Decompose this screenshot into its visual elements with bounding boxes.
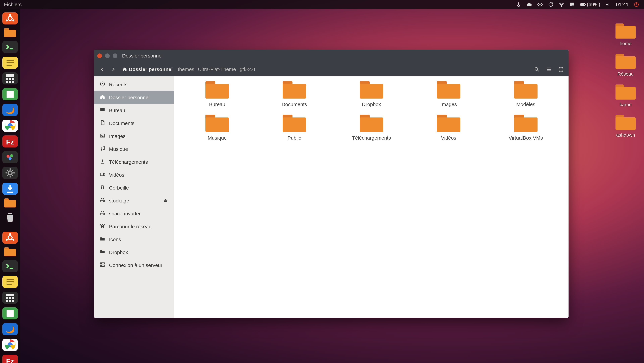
battery-icon[interactable]: (69%) [580, 2, 600, 7]
svg-rect-51 [6, 310, 14, 317]
desktop-folder-ashdown[interactable]: ashdown [612, 115, 639, 138]
volume-icon[interactable] [605, 2, 611, 7]
sidebar-item-label: Dropbox [109, 250, 128, 255]
launcher-files[interactable] [2, 247, 18, 256]
window-titlebar[interactable]: Dossier personnel [94, 50, 568, 62]
search-icon[interactable] [534, 66, 540, 72]
svg-rect-45 [9, 297, 11, 299]
launcher-firefox[interactable] [2, 104, 18, 116]
launcher-settings[interactable] [2, 167, 18, 179]
sidebar-item-icons[interactable]: Icons [94, 233, 174, 246]
folder-dropbox[interactable]: Dropbox [336, 81, 408, 107]
desktop-folder-home[interactable]: home [612, 23, 639, 46]
sidebar-item-documents[interactable]: Documents [94, 117, 174, 130]
breadcrumb-segment[interactable]: .themes [176, 66, 194, 72]
folder-label: Bureau [209, 102, 226, 107]
clock[interactable]: 01:41 [616, 2, 628, 7]
folder-téléchargements[interactable]: Téléchargements [336, 115, 408, 141]
fullscreen-icon[interactable] [558, 66, 564, 72]
breadcrumb: Dossier personnel .themesUltra-Flat-Them… [122, 66, 255, 72]
sidebar-item-musique[interactable]: Musique [94, 143, 174, 156]
svg-point-39 [12, 239, 14, 241]
launcher-libreoffice[interactable] [2, 88, 18, 100]
svg-rect-20 [12, 81, 14, 83]
nav-forward-button[interactable] [109, 65, 117, 73]
sidebar-item-stockage[interactable]: stockage [94, 194, 174, 207]
window-toolbar: Dossier personnel .themesUltra-Flat-Them… [94, 62, 568, 76]
launcher-firefox[interactable] [2, 323, 18, 335]
sidebar-item-dossier-personnel[interactable]: Dossier personnel [94, 91, 174, 104]
sidebar-item-images[interactable]: Images [94, 130, 174, 143]
folder-vidéos[interactable]: Vidéos [412, 115, 485, 141]
launcher-notes[interactable] [2, 57, 18, 69]
trash-icon[interactable] [2, 211, 18, 223]
window-minimize-button[interactable] [105, 53, 110, 58]
file-manager-window: Dossier personnel Dossier personnel .the… [94, 50, 568, 318]
svg-point-29 [6, 155, 10, 158]
svg-rect-18 [6, 81, 8, 83]
sidebar-item-téléchargements[interactable]: Téléchargements [94, 156, 174, 168]
svg-rect-19 [9, 81, 11, 83]
window-maximize-button[interactable] [113, 53, 118, 58]
sidebar-item-récents[interactable]: Récents [94, 78, 174, 91]
launcher-files[interactable] [2, 28, 18, 37]
folder-documents[interactable]: Documents [258, 81, 330, 107]
list-view-icon[interactable] [546, 66, 552, 72]
clock-icon [100, 81, 105, 88]
chat-icon[interactable] [569, 2, 575, 7]
desktop-folder-label: baron [620, 102, 632, 107]
desktop-folder-label: home [620, 41, 632, 46]
folder-public[interactable]: Public [258, 115, 330, 141]
launcher-downloads[interactable] [2, 183, 18, 195]
folder-bureau[interactable]: Bureau [181, 81, 253, 107]
music-icon [100, 146, 105, 152]
sidebar: Récents Dossier personnel Bureau Documen… [94, 76, 174, 318]
launcher-ubuntu-dash[interactable] [2, 232, 18, 244]
folder-images[interactable]: Images [412, 81, 485, 107]
launcher-chrome[interactable] [2, 120, 18, 132]
thermometer-icon[interactable] [516, 2, 522, 7]
folder-modèles[interactable]: Modèles [490, 81, 562, 107]
desktop-folder-baron[interactable]: baron [612, 84, 639, 107]
svg-text:Fz: Fz [6, 138, 14, 146]
image-icon [100, 133, 105, 140]
breadcrumb-segment[interactable]: gtk-2.0 [240, 66, 255, 72]
sidebar-item-parcourir-le-réseau[interactable]: Parcourir le réseau [94, 220, 174, 233]
eject-icon[interactable] [163, 197, 168, 204]
folder-virtualbox-vms[interactable]: VirtualBox VMs [490, 115, 562, 141]
launcher-notes[interactable] [2, 276, 18, 288]
launcher-photos[interactable] [2, 151, 18, 163]
folder-label: Images [440, 102, 457, 107]
eye-icon[interactable] [537, 2, 543, 7]
nav-back-button[interactable] [98, 65, 106, 73]
sidebar-item-space-invader[interactable]: space-invader [94, 207, 174, 220]
sidebar-item-bureau[interactable]: Bureau [94, 104, 174, 117]
sidebar-item-vidéos[interactable]: Vidéos [94, 168, 174, 181]
sync-icon[interactable] [548, 2, 554, 7]
launcher-folder-app[interactable] [2, 198, 18, 207]
sidebar-item-connexion-à-un-serveur[interactable]: Connexion à un serveur [94, 259, 174, 272]
folder-musique[interactable]: Musique [181, 115, 253, 141]
sidebar-item-dropbox[interactable]: Dropbox [94, 246, 174, 259]
launcher-chrome[interactable] [2, 339, 18, 351]
breadcrumb-home[interactable]: Dossier personnel [122, 66, 173, 72]
svg-point-75 [104, 214, 104, 214]
power-icon[interactable] [634, 2, 639, 7]
launcher-calculator[interactable] [2, 72, 18, 84]
launcher-filezilla[interactable]: Fz [2, 135, 18, 147]
breadcrumb-segment[interactable]: Ultra-Flat-Theme [198, 66, 236, 72]
window-close-button[interactable] [97, 53, 102, 58]
launcher-ubuntu-dash[interactable] [2, 12, 18, 24]
launcher-terminal[interactable] [2, 260, 18, 272]
launcher-filezilla[interactable]: Fz [2, 355, 18, 363]
cloud-icon[interactable] [526, 2, 532, 7]
sidebar-item-corbeille[interactable]: Corbeille [94, 181, 174, 194]
svg-rect-71 [100, 173, 103, 176]
launcher-terminal[interactable] [2, 41, 18, 53]
desktop-folder-Réseau[interactable]: Réseau [612, 54, 639, 77]
launcher-calculator[interactable] [2, 292, 18, 304]
sidebar-item-label: Musique [109, 146, 128, 152]
launcher-libreoffice[interactable] [2, 307, 18, 320]
wifi-icon[interactable] [559, 2, 564, 7]
svg-point-8 [9, 14, 11, 16]
